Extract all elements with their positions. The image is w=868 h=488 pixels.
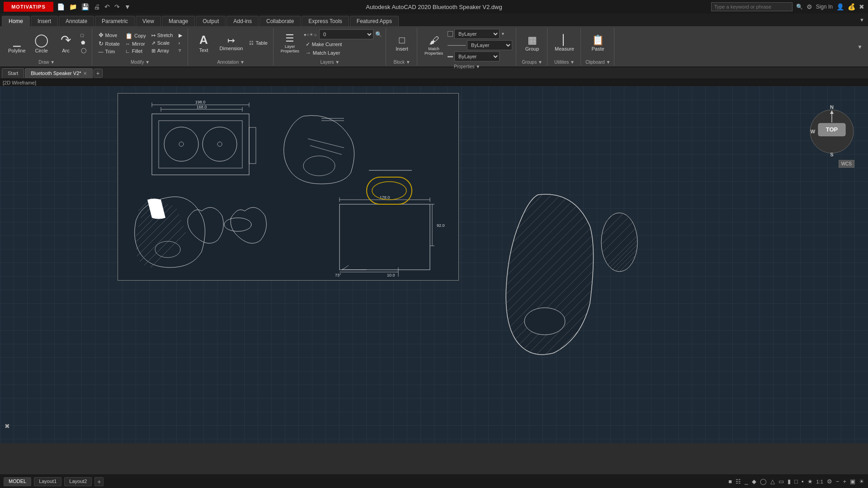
array-button[interactable]: ⊞ Array <box>150 47 175 54</box>
tab-output[interactable]: Output <box>196 16 226 26</box>
chamfer-button[interactable]: ▿ <box>177 47 184 54</box>
layer-color-icons: ●○☀☼ <box>304 32 317 37</box>
viewport-icon[interactable]: ▣ <box>850 478 855 485</box>
osnap-icon[interactable]: ◯ <box>760 478 767 485</box>
layer-dropdown[interactable]: 0 <box>319 29 373 39</box>
dimension-button[interactable]: ↦ Dimension <box>217 33 246 53</box>
lineweight-preview <box>448 56 453 57</box>
close-icon[interactable]: ✖ <box>859 3 864 10</box>
stretch-button[interactable]: ↦ Stretch <box>150 32 175 39</box>
tab-collaborate[interactable]: Collaborate <box>259 16 301 26</box>
offset-button[interactable]: ▶ <box>177 32 184 39</box>
copy-button[interactable]: 📋 Copy <box>123 32 148 40</box>
text-icon: A <box>199 33 208 47</box>
polyline-icon: ⎯ <box>13 33 21 48</box>
tab-parametric[interactable]: Parametric <box>95 16 135 26</box>
lweight-icon[interactable]: ▮ <box>788 478 791 485</box>
ribbon-collapse[interactable]: ▼ <box>858 15 866 24</box>
more-icon[interactable]: ▼ <box>123 3 132 10</box>
mirror-icon: ↔ <box>125 41 130 47</box>
linetype-dropdown[interactable]: ByLayer <box>467 40 512 50</box>
groups-tools: ▦ Group <box>521 29 543 59</box>
text-button[interactable]: A Text <box>193 31 215 54</box>
transp-icon[interactable]: □ <box>794 478 798 485</box>
mirror-button[interactable]: ↔ Mirror <box>123 41 148 47</box>
search-input[interactable] <box>711 2 793 11</box>
settings-icon[interactable]: ⚙ <box>827 478 832 485</box>
new-tab-button[interactable]: + <box>94 69 103 78</box>
color-dropdown[interactable]: ByLayer <box>454 29 500 39</box>
redo-icon[interactable]: ↷ <box>113 3 121 10</box>
ellipse-button[interactable]: ◯ <box>79 47 88 54</box>
tab-featuredapps[interactable]: Featured Apps <box>350 16 399 26</box>
search-icon[interactable]: 🔍 <box>796 4 803 10</box>
circle-button[interactable]: ◯ Circle <box>30 31 53 55</box>
license-icon[interactable]: 💰 <box>848 3 855 10</box>
scale-button[interactable]: ⇗ Scale <box>150 40 175 47</box>
group-button[interactable]: ▦ Group <box>521 33 543 53</box>
paste-button[interactable]: 📋 Paste <box>587 33 609 53</box>
anno-icon[interactable]: ★ <box>807 478 813 485</box>
zoom-in-icon[interactable]: + <box>843 478 846 485</box>
arc-icon: ↷ <box>61 33 71 48</box>
extend-button[interactable]: › <box>177 40 184 46</box>
tab-expresstools[interactable]: Express Tools <box>302 16 349 26</box>
add-layout-button[interactable]: + <box>94 477 104 486</box>
model-tab[interactable]: MODEL <box>4 477 31 486</box>
grid-icon[interactable]: ☷ <box>736 478 741 485</box>
dim-168: 168.0 <box>161 105 242 112</box>
make-current-button[interactable]: ✓ Make Current <box>304 41 382 48</box>
move-button[interactable]: ✥ Move <box>97 31 122 39</box>
right-drawing-large <box>502 190 588 281</box>
fillet-button[interactable]: ∟ Fillet <box>123 48 148 54</box>
zoom-out-icon[interactable]: − <box>836 478 840 485</box>
properties-group-label: Properties ▼ <box>454 63 480 69</box>
sign-in-label[interactable]: Sign In <box>816 4 833 10</box>
polygon-button[interactable]: ⬟ <box>79 39 88 46</box>
selection-icon[interactable]: ▪ <box>802 478 804 485</box>
trim-button[interactable]: — Trim <box>97 48 122 55</box>
otrack-icon[interactable]: △ <box>770 478 775 485</box>
open-icon[interactable]: 📁 <box>68 3 78 10</box>
dynin-icon[interactable]: ▭ <box>778 478 784 485</box>
view-dropdown-btn[interactable]: ▼ <box>857 44 863 50</box>
snap-icon[interactable]: ■ <box>728 478 732 485</box>
tab-start[interactable]: Start <box>2 68 24 78</box>
rotate-button[interactable]: ↻ Rotate <box>97 40 122 47</box>
polyline-button[interactable]: ⎯ Polyline <box>5 31 28 55</box>
undo-icon[interactable]: ↶ <box>104 3 111 10</box>
modify-col4: ▶ › ▿ <box>177 32 184 54</box>
tab-annotate[interactable]: Annotate <box>59 16 94 26</box>
tab-manage[interactable]: Manage <box>162 16 195 26</box>
save-icon[interactable]: 💾 <box>80 3 90 10</box>
layout2-tab[interactable]: Layout2 <box>64 477 92 486</box>
user-icon[interactable]: 👤 <box>836 3 844 10</box>
new-icon[interactable]: 📄 <box>56 3 66 10</box>
arc-button[interactable]: ↷ Arc <box>55 31 77 55</box>
layer-search-icon[interactable]: 🔍 <box>375 31 382 38</box>
layer-properties-button[interactable]: ☰ LayerProperties <box>278 31 302 55</box>
rectangle-button[interactable]: □ <box>79 32 88 38</box>
tab-insert[interactable]: Insert <box>31 16 58 26</box>
polar-icon[interactable]: ◆ <box>752 478 756 485</box>
print-icon[interactable]: 🖨 <box>93 3 101 10</box>
insert-button[interactable]: □ Insert <box>391 33 413 53</box>
modify-col2: 📋 Copy ↔ Mirror ∟ Fillet <box>123 32 148 54</box>
minimize-panel-button[interactable]: ✖ <box>5 422 10 430</box>
tab-view[interactable]: View <box>136 16 161 26</box>
isolate-icon[interactable]: ☀ <box>859 478 864 485</box>
layout1-tab[interactable]: Layout1 <box>34 477 61 486</box>
tab-close-icon[interactable]: ✕ <box>83 71 87 76</box>
ortho-icon[interactable]: ⎯ <box>745 478 748 485</box>
tab-addins[interactable]: Add-ins <box>226 16 259 26</box>
tab-home[interactable]: Home <box>2 16 30 26</box>
app-logo: MOTIVATIPS <box>4 2 53 12</box>
measure-button[interactable]: ⎢ Measure <box>552 33 577 53</box>
tab-bluetooth-speaker[interactable]: Bluetooth Speaker V2* ✕ <box>25 68 92 78</box>
table-button[interactable]: ☷ Table <box>247 40 269 47</box>
canvas-area[interactable]: 198.0 168.0 <box>0 86 868 443</box>
lineweight-dropdown[interactable]: ByLayer <box>454 52 500 61</box>
match-layer-button[interactable]: → Match Layer <box>304 49 382 56</box>
help-icon[interactable]: ⚙ <box>807 3 812 10</box>
match-properties-button[interactable]: 🖌 MatchProperties <box>422 33 446 57</box>
